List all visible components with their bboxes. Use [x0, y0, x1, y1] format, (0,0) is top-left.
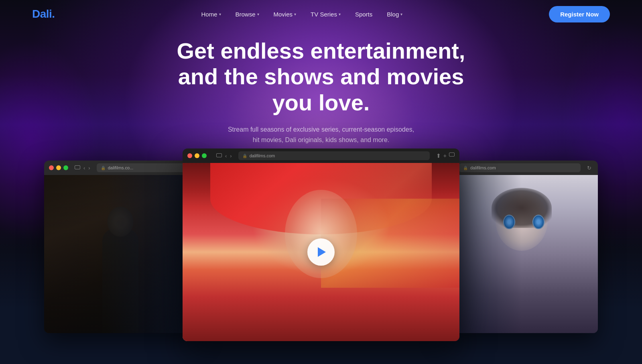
toolbar-nav-icons-center: ‹ ›	[216, 153, 232, 159]
hero-title: Get endless entertainment, and the shows…	[177, 38, 465, 116]
traffic-lights	[49, 165, 68, 170]
browser-left: ‹ › 🔒 dalifilms.co...	[44, 161, 197, 333]
film-dark-man	[44, 175, 197, 333]
browser-left-body	[44, 175, 197, 333]
traffic-lights-center	[187, 153, 207, 158]
chevron-down-icon: ▾	[400, 12, 402, 16]
tl-red	[187, 153, 192, 158]
url-text-center: dalifilms.com	[250, 153, 275, 158]
window-icon	[216, 153, 222, 157]
brand-logo[interactable]: Dali.	[32, 8, 55, 20]
nav-link-browse[interactable]: Browse ▾	[236, 11, 259, 18]
nav-item-sports[interactable]: Sports	[355, 11, 372, 18]
toolbar-right-actions: ↻	[587, 165, 591, 171]
browser-right-toolbar: 🔒 dalifilms.com ↻	[445, 161, 598, 175]
nav-link-sports[interactable]: Sports	[355, 11, 372, 18]
browser-left-toolbar: ‹ › 🔒 dalifilms.co...	[44, 161, 197, 175]
add-icon: +	[443, 153, 447, 159]
address-bar-right[interactable]: 🔒 dalifilms.com	[459, 163, 581, 172]
forward-icon: ›	[88, 165, 90, 171]
back-icon: ‹	[225, 153, 227, 159]
hero-subtitle: Stream full seasons of exclusive series,…	[225, 124, 417, 145]
shield-icon: 🔒	[242, 154, 247, 158]
chevron-down-icon: ▾	[219, 12, 221, 16]
play-button[interactable]	[307, 238, 335, 266]
nav-link-movies[interactable]: Movies ▾	[274, 11, 297, 18]
browser-center-body	[183, 163, 459, 341]
tl-yellow	[56, 165, 61, 170]
url-text-right: dalifilms.com	[470, 165, 496, 170]
chevron-down-icon: ▾	[294, 12, 296, 16]
back-icon: ‹	[83, 165, 85, 171]
browser-right: 🔒 dalifilms.com ↻	[445, 161, 598, 333]
nav-links: Home ▾ Browse ▾ Movies ▾ TV Series ▾ Spo	[201, 11, 402, 18]
nav-item-blog[interactable]: Blog ▾	[387, 11, 402, 18]
url-text-left: dalifilms.co...	[108, 165, 134, 170]
chevron-down-icon: ▾	[257, 12, 259, 16]
share-icon: ⬆	[436, 153, 441, 159]
nav-item-browse[interactable]: Browse ▾	[236, 11, 259, 18]
nav-item-home[interactable]: Home ▾	[201, 11, 221, 18]
browser-center: ‹ › 🔒 dalifilms.com ⬆ +	[183, 148, 459, 341]
flag-bg	[321, 199, 459, 288]
address-bar-left[interactable]: 🔒 dalifilms.co...	[97, 163, 189, 172]
window-icon	[75, 165, 80, 169]
browser-right-body	[445, 175, 598, 333]
toolbar-right-icons: ⬆ +	[436, 153, 455, 159]
tl-green	[63, 165, 68, 170]
toolbar-nav-icons: ‹ ›	[75, 165, 90, 171]
shield-icon: 🔒	[101, 166, 106, 170]
doll-left-overlay	[445, 175, 598, 333]
nav-link-tvseries[interactable]: TV Series ▾	[311, 11, 341, 18]
nav-link-home[interactable]: Home ▾	[201, 11, 221, 18]
tl-red	[49, 165, 54, 170]
refresh-icon: ↻	[587, 165, 591, 171]
tl-green	[202, 153, 207, 158]
forward-icon: ›	[230, 153, 232, 159]
chevron-down-icon: ▾	[339, 12, 341, 16]
brand-name: Dali	[32, 8, 52, 20]
brand-dot: .	[52, 8, 55, 20]
left-gradient-overlay	[44, 175, 197, 333]
nav-item-tvseries[interactable]: TV Series ▾	[311, 11, 341, 18]
register-button[interactable]: Register Now	[549, 6, 610, 22]
browsers-showcase: ‹ › 🔒 dalifilms.co...	[44, 148, 598, 349]
nav-item-movies[interactable]: Movies ▾	[274, 11, 297, 18]
browser-center-toolbar: ‹ › 🔒 dalifilms.com ⬆ +	[183, 148, 459, 163]
address-bar-center[interactable]: 🔒 dalifilms.com	[238, 151, 430, 160]
play-icon	[318, 247, 326, 257]
film-doll	[445, 175, 598, 333]
navbar: Dali. Home ▾ Browse ▾ Movies ▾ TV Series…	[0, 0, 642, 28]
shield-icon: 🔒	[463, 166, 468, 170]
nav-link-blog[interactable]: Blog ▾	[387, 11, 402, 18]
tl-yellow	[195, 153, 199, 158]
window-icon-right	[449, 153, 455, 157]
